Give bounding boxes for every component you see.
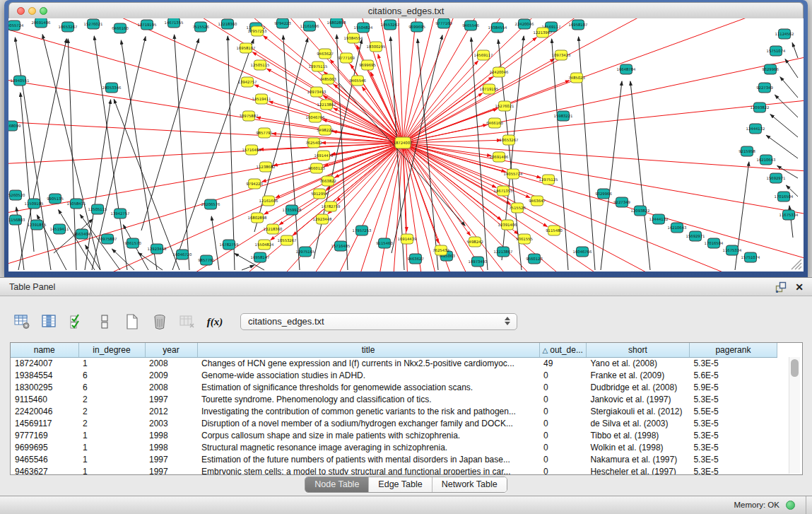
table-cell[interactable]: 0 (539, 453, 586, 465)
table-cell[interactable]: Franke et al. (2009) (586, 369, 689, 381)
table-cell[interactable]: 5.3E-5 (689, 429, 777, 441)
table-cell[interactable]: 5.9E-5 (689, 381, 777, 393)
citation-edge-black[interactable] (780, 77, 798, 98)
table-cell[interactable]: Tibbo et al. (1998) (586, 429, 689, 441)
table-cell[interactable]: 0 (539, 405, 586, 417)
table-cell[interactable]: 1 (78, 357, 145, 369)
table-cell[interactable]: 5.3E-5 (689, 417, 777, 429)
table-cell[interactable]: 1 (78, 453, 145, 465)
table-cell[interactable]: 0 (539, 441, 586, 453)
table-cell[interactable]: Stergiakouli et al. (2012) (586, 405, 689, 417)
table-cell[interactable]: 1 (78, 465, 145, 475)
table-row[interactable]: 1872400712008Changes of HCN gene express… (11, 357, 777, 369)
citation-edge-black[interactable] (141, 39, 199, 230)
citation-edge-black[interactable] (121, 40, 157, 270)
table-row[interactable]: 969969511998Structural magnetic resonanc… (11, 441, 777, 453)
citation-edge-red[interactable] (362, 87, 403, 143)
table-cell[interactable]: 9463627 (11, 465, 78, 475)
column-header-title[interactable]: title (197, 343, 539, 357)
citation-edge-black[interactable] (112, 249, 134, 270)
table-cell[interactable]: Disruption of a novel member of a sodium… (197, 417, 539, 429)
tab-node-table[interactable]: Node Table (305, 477, 368, 492)
table-cell[interactable]: 18724007 (11, 357, 78, 369)
table-cell[interactable]: 18300295 (11, 381, 78, 393)
table-cell[interactable]: 5.6E-5 (689, 369, 777, 381)
table-cell[interactable]: Jankovic et al. (1997) (586, 393, 689, 405)
table-cell[interactable]: 5.3E-5 (689, 453, 777, 465)
rows-icon[interactable] (95, 313, 114, 331)
table-scrollbar[interactable] (789, 357, 800, 474)
citation-edge-black[interactable] (172, 39, 254, 270)
citation-edge-black[interactable] (792, 42, 798, 58)
table-cell[interactable]: Investigating the contribution of common… (197, 405, 539, 417)
table-cell[interactable]: 1997 (145, 465, 197, 475)
table-cell[interactable]: 14569117 (11, 417, 78, 429)
citation-edge-red[interactable] (403, 18, 804, 143)
table-cell[interactable]: 19384554 (11, 369, 78, 381)
float-panel-icon[interactable] (775, 281, 787, 293)
table-row[interactable]: 946554611997Estimation of the future num… (11, 453, 777, 465)
table-cell[interactable]: 0 (539, 417, 586, 429)
citation-network-graph[interactable]: 1405572420691406106532671527602164661601… (8, 18, 804, 271)
citation-edge-red[interactable] (293, 143, 403, 235)
citation-edge-red[interactable] (403, 18, 804, 143)
table-row[interactable]: 946362711997Embryonic stem cells: a mode… (11, 465, 777, 475)
table-cell[interactable]: 5.3E-5 (689, 441, 777, 453)
table-cell[interactable]: Nakamura et al. (1997) (586, 453, 689, 465)
function-builder-icon[interactable]: f(x) (206, 313, 224, 331)
resize-grip-icon[interactable] (789, 257, 803, 271)
table-cell[interactable]: 1 (78, 441, 145, 453)
table-cell[interactable]: Embryonic stem cells: a model to study s… (197, 465, 539, 475)
table-cell[interactable]: Structural magnetic resonance image aver… (197, 441, 539, 453)
citation-edge-black[interactable] (775, 95, 798, 117)
table-cell[interactable]: 2008 (145, 381, 197, 393)
table-cell[interactable]: 2003 (145, 417, 197, 429)
citation-edge-red[interactable] (403, 37, 536, 143)
table-cell[interactable]: Wolkin et al. (1998) (586, 441, 689, 453)
table-cell[interactable]: 6 (78, 381, 145, 393)
table-cell[interactable]: 0 (539, 381, 586, 393)
column-header-pagerank[interactable]: pagerank (689, 343, 777, 357)
window-titlebar[interactable]: citations_edges.txt (8, 2, 804, 20)
table-row[interactable]: 1830029562008Estimation of significance … (11, 381, 777, 393)
citation-edge-red[interactable] (403, 18, 804, 143)
column-header-short[interactable]: short (586, 343, 689, 357)
table-cell[interactable]: 9465546 (11, 453, 78, 465)
table-scrollbar-thumb[interactable] (791, 359, 799, 377)
close-panel-icon[interactable]: ✕ (795, 281, 804, 293)
table-cell[interactable]: 9699695 (11, 441, 78, 453)
table-row[interactable]: 1938455462009Genome-wide association stu… (11, 369, 777, 381)
table-cell[interactable]: 1997 (145, 393, 197, 405)
table-cell[interactable]: 1998 (145, 429, 197, 441)
table-row[interactable]: 1456911722003Disruption of a novel membe… (11, 417, 777, 429)
table-cell[interactable]: 5.5E-5 (689, 405, 777, 417)
table-cell[interactable]: 9115460 (11, 393, 78, 405)
table-cell[interactable]: 2008 (145, 357, 197, 369)
citation-edge-black[interactable] (175, 35, 189, 270)
table-cell[interactable]: Tourette syndrome. Phenomenology and cla… (197, 393, 539, 405)
table-cell[interactable]: Yano et al. (2008) (586, 357, 689, 369)
citation-edge-black[interactable] (283, 35, 300, 270)
citation-edge-red[interactable] (403, 18, 804, 143)
table-cell[interactable]: Hescheler et al. (1997) (586, 465, 689, 475)
table-cell[interactable]: Genome-wide association studies in ADHD. (197, 369, 539, 381)
table-row[interactable]: 911546021997Tourette syndrome. Phenomeno… (11, 393, 777, 405)
citation-edge-black[interactable] (92, 37, 146, 270)
table-cell[interactable]: 9777169 (11, 429, 78, 441)
table-cell[interactable]: Estimation of significance thresholds fo… (197, 381, 539, 393)
table-cell[interactable]: 2 (78, 405, 145, 417)
table-row[interactable]: 977716911998Corpus callosum shape and si… (11, 429, 777, 441)
table-cell[interactable]: Estimation of the future numbers of pati… (197, 453, 539, 465)
column-header-name[interactable]: name (11, 343, 78, 357)
citation-edge-black[interactable] (339, 83, 465, 226)
citation-edge-red[interactable] (403, 18, 804, 143)
citation-edge-black[interactable] (336, 35, 348, 270)
citation-edge-black[interactable] (579, 37, 595, 270)
citation-edge-black[interactable] (770, 115, 798, 137)
show-columns-icon[interactable] (40, 313, 59, 331)
table-cell[interactable]: Corpus callosum shape and size in male p… (197, 429, 539, 441)
citation-edge-black[interactable] (630, 81, 650, 270)
citation-edge-red[interactable] (403, 18, 804, 143)
table-cell[interactable]: 2009 (145, 369, 197, 381)
table-cell[interactable]: 0 (539, 369, 586, 381)
